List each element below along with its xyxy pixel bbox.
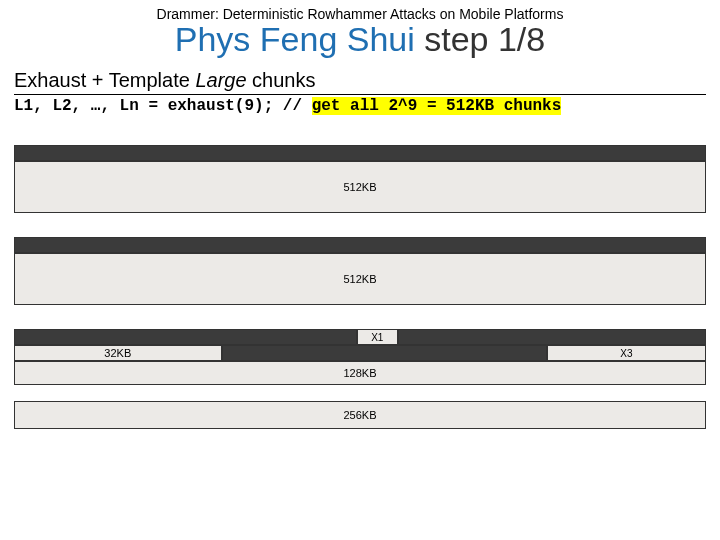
subhead-part-b: chunks — [247, 69, 316, 91]
subheading: Exhaust + Template Large chunks — [14, 69, 720, 92]
x3-chunk: X3 — [547, 345, 706, 361]
title-accent: Phys Feng Shui — [175, 20, 415, 58]
chunk-32: 32KB — [14, 345, 222, 361]
divider — [14, 94, 706, 95]
dark-row-4-mid — [222, 345, 547, 361]
dark-row-1 — [14, 145, 706, 161]
dark-row-3-right — [398, 329, 706, 345]
dark-row-2 — [14, 237, 706, 253]
x1-chunk: X1 — [357, 329, 399, 345]
slide-title: Phys Feng Shui step 1/8 — [0, 20, 720, 59]
dark-row-3-left — [14, 329, 357, 345]
chunk-128: 128KB — [14, 361, 706, 385]
code-highlight: get all 2^9 = 512KB chunks — [312, 97, 562, 115]
title-rest: step 1/8 — [415, 20, 545, 58]
memory-diagram: 512KB 512KB X1 32KB X3 128KB 256KB — [14, 145, 706, 526]
chunk-512-b: 512KB — [14, 253, 706, 305]
code-line: L1, L2, …, Ln = exhaust(9); // get all 2… — [14, 97, 720, 115]
code-plain: L1, L2, …, Ln = exhaust(9); // — [14, 97, 312, 115]
subhead-italic: Large — [195, 69, 246, 91]
subhead-part-a: Exhaust + Template — [14, 69, 195, 91]
chunk-256: 256KB — [14, 401, 706, 429]
chunk-512-a: 512KB — [14, 161, 706, 213]
